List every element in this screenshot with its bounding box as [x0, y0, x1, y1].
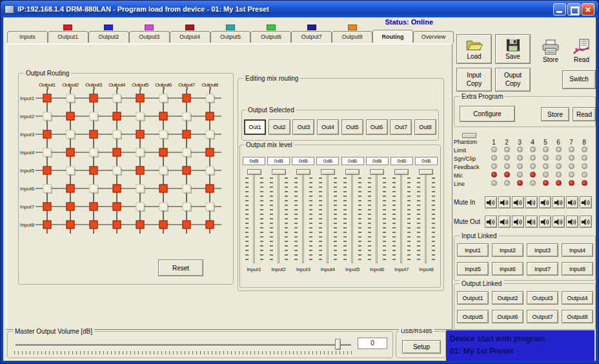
matrix-cell-input1-output5[interactable]: [128, 89, 152, 107]
slider-thumb[interactable]: [296, 169, 310, 175]
matrix-cell-input2-output1[interactable]: [36, 107, 59, 125]
matrix-cell-input1-output8[interactable]: [198, 89, 221, 107]
tab-output8[interactable]: Output8: [332, 31, 372, 43]
matrix-cell-input6-output5[interactable]: [128, 179, 152, 197]
matrix-cell-input4-output7[interactable]: [175, 143, 198, 161]
output-select-out6[interactable]: Out6: [366, 119, 388, 135]
matrix-cell-input3-output4[interactable]: [105, 125, 128, 143]
matrix-cell-input7-output7[interactable]: [175, 197, 198, 216]
mute-in-button-6[interactable]: [553, 196, 565, 208]
input-linked-input2[interactable]: Input2: [492, 243, 523, 257]
tab-routing[interactable]: Routing: [372, 30, 413, 43]
tab-output6[interactable]: Output6: [250, 31, 291, 43]
mix-level-slider[interactable]: [318, 169, 338, 265]
tab-output1[interactable]: Output1: [48, 31, 88, 43]
matrix-cell-input5-output7[interactable]: [175, 161, 198, 179]
matrix-cell-input1-output4[interactable]: [105, 89, 128, 107]
output-select-out7[interactable]: Out7: [390, 119, 412, 135]
tab-overview[interactable]: Overview: [413, 31, 454, 43]
slider-thumb[interactable]: [321, 169, 335, 175]
mix-level-slider[interactable]: [245, 169, 264, 265]
matrix-cell-input3-output3[interactable]: [82, 125, 105, 143]
configure-button[interactable]: Configure: [460, 106, 515, 122]
output-linked-output4[interactable]: Output4: [562, 291, 593, 305]
matrix-cell-input4-output1[interactable]: [36, 143, 59, 161]
matrix-cell-input7-output1[interactable]: [36, 197, 59, 216]
output-select-out8[interactable]: Out8: [414, 119, 436, 135]
matrix-cell-input7-output6[interactable]: [152, 197, 175, 216]
output-linked-output6[interactable]: Output6: [492, 310, 523, 323]
output-linked-output2[interactable]: Output2: [492, 291, 523, 305]
matrix-cell-input6-output8[interactable]: [198, 179, 221, 197]
tab-output2[interactable]: Output2: [88, 31, 129, 43]
mute-out-button-6[interactable]: [553, 216, 565, 228]
matrix-cell-input5-output1[interactable]: [36, 161, 59, 179]
mix-level-slider[interactable]: [269, 169, 289, 265]
matrix-cell-input3-output5[interactable]: [128, 125, 152, 143]
output-select-out5[interactable]: Out5: [341, 119, 363, 135]
matrix-cell-input4-output3[interactable]: [82, 143, 105, 161]
matrix-cell-input2-output5[interactable]: [128, 107, 152, 125]
mute-out-button-8[interactable]: [580, 216, 592, 228]
matrix-cell-input2-output4[interactable]: [105, 107, 128, 125]
minimize-button[interactable]: [553, 3, 566, 15]
matrix-cell-input8-output7[interactable]: [175, 216, 198, 234]
mute-out-button-3[interactable]: [512, 216, 524, 228]
matrix-cell-input6-output6[interactable]: [152, 179, 175, 197]
matrix-cell-input3-output7[interactable]: [175, 125, 198, 143]
input-linked-input3[interactable]: Input3: [527, 243, 558, 257]
maximize-button[interactable]: [567, 3, 580, 15]
matrix-cell-input3-output8[interactable]: [198, 125, 221, 143]
mute-in-button-8[interactable]: [580, 196, 592, 208]
matrix-cell-input8-output6[interactable]: [152, 216, 175, 234]
tab-output7[interactable]: Output7: [291, 31, 332, 43]
slider-thumb[interactable]: [345, 169, 360, 175]
matrix-cell-input7-output8[interactable]: [198, 197, 221, 216]
matrix-cell-input2-output6[interactable]: [152, 107, 175, 125]
mix-level-slider[interactable]: [294, 169, 313, 265]
reset-button[interactable]: Reset: [158, 259, 203, 276]
matrix-cell-input6-output2[interactable]: [59, 179, 82, 197]
output-linked-output3[interactable]: Output3: [527, 291, 558, 305]
mute-in-button-3[interactable]: [512, 196, 524, 208]
output-select-out3[interactable]: Out3: [292, 119, 314, 135]
output-select-out2[interactable]: Out2: [269, 119, 290, 135]
load-button[interactable]: Load: [456, 34, 492, 64]
extra-read-button[interactable]: Read: [573, 107, 596, 121]
matrix-cell-input6-output4[interactable]: [105, 179, 128, 197]
matrix-cell-input2-output2[interactable]: [59, 107, 82, 125]
tab-inputs[interactable]: Inputs: [7, 31, 48, 43]
mute-in-button-2[interactable]: [498, 196, 511, 208]
input-linked-input1[interactable]: Input1: [457, 243, 489, 257]
mute-in-button-4[interactable]: [525, 196, 538, 208]
matrix-cell-input8-output3[interactable]: [82, 216, 105, 234]
matrix-cell-input1-output7[interactable]: [175, 89, 198, 107]
matrix-cell-input6-output1[interactable]: [36, 179, 59, 197]
matrix-cell-input1-output2[interactable]: [59, 89, 82, 107]
matrix-cell-input4-output5[interactable]: [128, 143, 152, 161]
extra-store-button[interactable]: Store: [541, 107, 569, 121]
matrix-cell-input1-output6[interactable]: [152, 89, 175, 107]
mute-out-button-7[interactable]: [566, 216, 578, 228]
slider-thumb[interactable]: [394, 169, 409, 175]
output-linked-output8[interactable]: Output8: [562, 310, 593, 323]
slider-thumb[interactable]: [370, 169, 384, 175]
tab-output3[interactable]: Output3: [129, 31, 170, 43]
mute-out-button-5[interactable]: [539, 216, 551, 228]
matrix-cell-input8-output5[interactable]: [128, 216, 152, 234]
slider-thumb[interactable]: [419, 169, 433, 175]
input-linked-input5[interactable]: Input5: [457, 262, 489, 276]
matrix-cell-input3-output2[interactable]: [59, 125, 82, 143]
mute-out-button-4[interactable]: [525, 216, 538, 228]
matrix-cell-input5-output8[interactable]: [198, 161, 221, 179]
matrix-cell-input2-output3[interactable]: [82, 107, 105, 125]
mute-out-button-2[interactable]: [498, 216, 511, 228]
matrix-cell-input1-output3[interactable]: [82, 89, 105, 107]
matrix-cell-input3-output6[interactable]: [152, 125, 175, 143]
matrix-cell-input2-output8[interactable]: [198, 107, 221, 125]
store-button[interactable]: Store: [535, 32, 566, 64]
matrix-cell-input4-output4[interactable]: [105, 143, 128, 161]
mix-level-slider[interactable]: [392, 169, 411, 265]
save-button[interactable]: Save: [495, 34, 531, 64]
matrix-cell-input5-output4[interactable]: [105, 161, 128, 179]
